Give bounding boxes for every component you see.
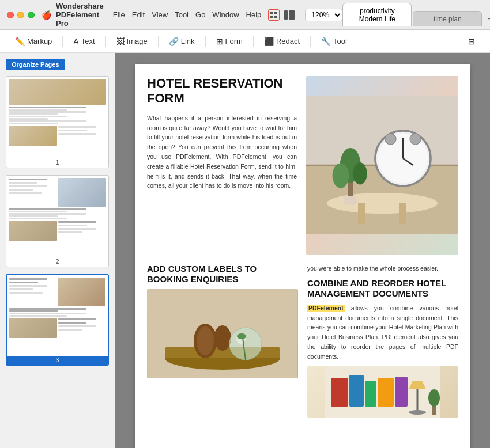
toolbar-divider-2 xyxy=(105,36,106,47)
svg-point-3 xyxy=(327,193,438,214)
pdf-col-left: ADD CUSTOM LABELS TO BOOKING ENQUIRIES xyxy=(147,264,298,418)
pdf-main-body: What happens if a person interested in r… xyxy=(147,113,297,191)
tool-icon: 🔧 xyxy=(321,37,331,46)
form-icon: ⊞ xyxy=(216,37,223,46)
main-area: Organize Pages xyxy=(0,53,490,448)
close-button[interactable] xyxy=(7,12,14,18)
svg-point-22 xyxy=(214,325,231,351)
pdf-section3-body-text: allows you combine various hotel managem… xyxy=(307,305,458,360)
svg-rect-5 xyxy=(399,203,406,224)
toolbar-divider-4 xyxy=(205,36,206,47)
pdf-section2-title: ADD CUSTOM LABELS TO BOOKING ENQUIRIES xyxy=(147,264,298,284)
tool-button[interactable]: 🔧 Tool xyxy=(315,35,353,48)
menu-view[interactable]: View xyxy=(152,10,168,19)
zoom-selector[interactable]: 120% 100% 150% xyxy=(305,9,342,21)
link-button[interactable]: 🔗 Link xyxy=(163,35,201,48)
pdf-middle-section: ADD CUSTOM LABELS TO BOOKING ENQUIRIES xyxy=(147,264,458,418)
svg-point-23 xyxy=(229,328,262,360)
pdf-img-right xyxy=(306,76,458,255)
menu-window[interactable]: Window xyxy=(212,10,239,19)
pdf-highlight-word: PDFelement xyxy=(307,305,345,312)
page-thumb-1[interactable]: 1 xyxy=(6,76,109,168)
image-icon: 🖼 xyxy=(116,37,125,46)
toolbar: ✏️ Markup A Text 🖼 Image 🔗 Link ⊞ Form ⬛… xyxy=(0,30,490,53)
maximize-button[interactable] xyxy=(28,12,35,18)
page-num-1: 1 xyxy=(6,157,108,168)
menu-go[interactable]: Go xyxy=(195,10,205,19)
menu-bar: File Edit View Tool Go Window Help xyxy=(113,10,262,19)
tab-add-button[interactable]: + xyxy=(483,12,490,26)
panel-view-icon[interactable] xyxy=(284,9,296,21)
tab-timeplan[interactable]: time plan xyxy=(413,11,482,26)
pdf-text-left: HOTEL RESERVATION FORM What happens if a… xyxy=(147,76,297,255)
svg-rect-32 xyxy=(395,377,408,407)
panel-toggle-icon: ⊟ xyxy=(468,37,475,46)
toolbar-divider-6 xyxy=(310,36,311,47)
app-name: Wondershare PDFelement Pro xyxy=(56,2,104,28)
sidebar: Organize Pages xyxy=(0,53,115,448)
titlebar: 🍎 Wondershare PDFelement Pro File Edit V… xyxy=(0,0,490,30)
page-thumb-3[interactable]: 3 xyxy=(6,274,109,366)
tab-productivity[interactable]: productivity Modern Life xyxy=(342,3,412,26)
link-icon: 🔗 xyxy=(169,37,179,46)
form-button[interactable]: ⊞ Form xyxy=(210,35,248,48)
svg-rect-31 xyxy=(378,378,394,407)
panel-toggle-button[interactable]: ⊟ xyxy=(462,35,481,48)
minimize-button[interactable] xyxy=(17,12,24,18)
pdf-top-section: HOTEL RESERVATION FORM What happens if a… xyxy=(147,76,458,255)
menu-file[interactable]: File xyxy=(113,10,125,19)
text-button[interactable]: A Text xyxy=(67,35,100,48)
page-thumb-3-content xyxy=(7,275,108,356)
grid-view-icon[interactable] xyxy=(268,9,280,21)
svg-point-11 xyxy=(410,134,421,145)
svg-point-21 xyxy=(197,326,214,355)
pdf-page: HOTEL RESERVATION FORM What happens if a… xyxy=(135,64,470,448)
pdf-col-right: you were able to make the whole process … xyxy=(307,264,458,418)
svg-point-14 xyxy=(333,163,349,188)
menu-tool[interactable]: Tool xyxy=(175,10,189,19)
pdf-section3-title: COMBINE AND REORDER HOTEL MANAGEMENT DOC… xyxy=(307,278,458,299)
markup-icon: ✏️ xyxy=(15,37,25,46)
toolbar-divider-1 xyxy=(62,36,63,47)
apple-menu-icon[interactable]: 🍎 xyxy=(42,10,51,20)
organize-pages-label: Organize Pages xyxy=(6,59,65,70)
svg-point-26 xyxy=(237,333,246,339)
svg-point-10 xyxy=(385,134,396,145)
toolbar-divider-3 xyxy=(158,36,159,47)
image-button[interactable]: 🖼 Image xyxy=(111,35,153,48)
section3-image xyxy=(307,366,458,418)
section2-image xyxy=(147,289,298,378)
pdf-viewer[interactable]: HOTEL RESERVATION FORM What happens if a… xyxy=(115,53,490,448)
pdf-main-title: HOTEL RESERVATION FORM xyxy=(147,76,297,107)
markup-button[interactable]: ✏️ Markup xyxy=(9,35,58,48)
svg-point-35 xyxy=(409,410,426,415)
window-controls xyxy=(0,12,42,18)
text-icon: A xyxy=(73,37,78,46)
redact-button[interactable]: ⬛ Redact xyxy=(258,35,306,48)
sidebar-pages: 1 xyxy=(0,53,115,371)
tabs-area: productivity Modern Life time plan + xyxy=(342,3,490,26)
svg-rect-28 xyxy=(331,378,348,407)
menu-help[interactable]: Help xyxy=(246,10,262,19)
page-num-3: 3 xyxy=(7,356,108,365)
svg-rect-29 xyxy=(349,375,364,407)
svg-rect-16 xyxy=(344,196,357,204)
toolbar-divider-5 xyxy=(253,36,254,47)
pdf-continuation-text: you were able to make the whole process … xyxy=(307,264,458,274)
menu-edit[interactable]: Edit xyxy=(132,10,145,19)
svg-rect-30 xyxy=(365,381,376,407)
page-thumb-1-content xyxy=(6,77,108,157)
page-thumb-2-content xyxy=(6,176,108,256)
svg-rect-4 xyxy=(358,203,365,224)
page-thumb-2[interactable]: 2 xyxy=(6,175,109,267)
redact-icon: ⬛ xyxy=(264,37,274,46)
page-num-2: 2 xyxy=(6,256,108,267)
toolbar-icons: 120% 100% 150% xyxy=(268,9,342,21)
pdf-section3-body: PDFelement allows you combine various ho… xyxy=(307,303,458,362)
svg-point-37 xyxy=(428,389,440,407)
svg-point-15 xyxy=(353,162,367,184)
hotel-room-image xyxy=(306,76,458,255)
